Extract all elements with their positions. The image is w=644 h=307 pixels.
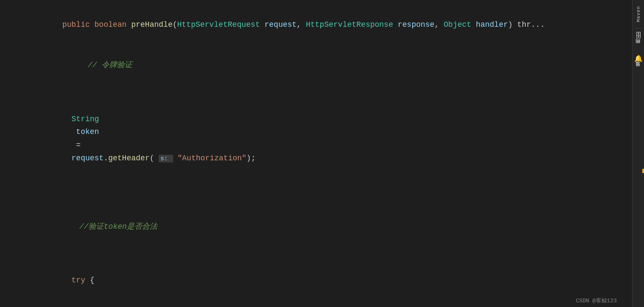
code-line-comment1: // 令牌验证: [0, 45, 632, 86]
code-editor-area: ⚠ 5 ▲ 1 ✔ 2 ∧ ∨ public boolean preHandle…: [0, 0, 632, 307]
indicator-mark: [642, 169, 644, 173]
ref-request: request: [71, 154, 104, 162]
notification-icon[interactable]: 🔔: [634, 53, 643, 65]
notification-label[interactable]: 通知: [634, 65, 642, 75]
code-line-comment2: //验证token是否合法: [0, 206, 632, 247]
assign1: =: [71, 141, 85, 149]
var-request: request: [260, 20, 296, 29]
maven-label[interactable]: Maven: [635, 2, 642, 26]
keyword-try: try: [71, 276, 85, 284]
code-content: public boolean preHandle(HttpServletRequ…: [0, 0, 632, 307]
right-panel-top: Maven 🗄 结构 🔔 通知: [634, 0, 643, 75]
line-text: public boolean preHandle(HttpServletRequ…: [17, 5, 632, 44]
type-httpservletrequest: HttpServletRequest: [177, 20, 260, 29]
comment-token-verify: // 令牌验证: [88, 61, 132, 69]
var-response: response: [393, 20, 434, 29]
type-object: Object: [444, 20, 471, 29]
line-text: //验证token是否合法: [17, 207, 632, 246]
watermark: CSDN @客鲸123: [576, 297, 617, 304]
s-label: s:: [159, 155, 173, 162]
string-authorization: "Authorization": [173, 154, 247, 162]
method-name: preHandle: [131, 20, 172, 29]
line-text: try {: [17, 248, 632, 307]
ellipsis: ) thr...: [508, 20, 544, 29]
line-text: // 令牌验证: [17, 46, 632, 85]
paren3: ): [246, 154, 251, 162]
try-brace: {: [85, 276, 94, 284]
line-text: [17, 192, 632, 205]
line-text: String token = request.getHeader( s: "Au…: [17, 87, 632, 191]
indicator-bar: [642, 0, 644, 307]
comma2: ,: [434, 20, 444, 29]
type-httpservletresponse: HttpServletResponse: [306, 20, 393, 29]
dot1: .: [104, 154, 108, 162]
code-line-empty1: [0, 191, 632, 206]
keyword-public: public: [62, 20, 94, 29]
structure-label[interactable]: 结构: [634, 43, 642, 52]
comment-token-valid: //验证token是否合法: [79, 222, 157, 231]
type-string1: String: [71, 115, 99, 123]
paren: (: [173, 20, 177, 29]
semi1: ;: [251, 154, 256, 162]
paren2: (: [150, 154, 159, 162]
code-line-method-sig: public boolean preHandle(HttpServletRequ…: [0, 4, 632, 45]
code-line-try: try {: [0, 247, 632, 307]
var-token: token: [71, 128, 99, 136]
right-sidebar-panel: Maven 🗄 结构 🔔 通知: [632, 0, 644, 307]
var-handler: handler: [471, 20, 508, 29]
try-block: try {: [26, 276, 94, 298]
database-icon[interactable]: 🗄: [635, 30, 642, 42]
comma1: ,: [296, 20, 306, 29]
code-line-token: String token = request.getHeader( s: "Au…: [0, 86, 632, 192]
code-token: String token = request.getHeader( s: "Au…: [26, 115, 256, 175]
method-getheader: getHeader: [108, 154, 149, 162]
keyword-boolean: boolean: [94, 20, 131, 29]
